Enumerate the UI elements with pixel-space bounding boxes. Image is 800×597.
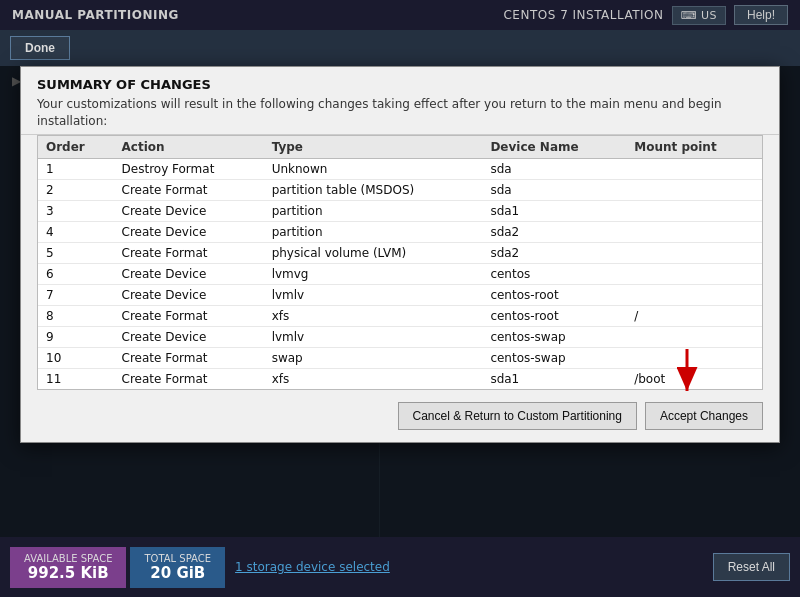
cell-device: sda2 <box>482 242 626 263</box>
modal-overlay: SUMMARY OF CHANGES Your customizations w… <box>0 66 800 537</box>
keyboard-icon <box>681 9 697 22</box>
modal-header: SUMMARY OF CHANGES Your customizations w… <box>21 67 779 135</box>
bottom-bar: AVAILABLE SPACE 992.5 KiB TOTAL SPACE 20… <box>0 537 800 597</box>
cell-device: sda <box>482 179 626 200</box>
available-value: 992.5 KiB <box>28 564 109 582</box>
cell-action: Destroy Format <box>114 158 264 179</box>
centos-install-label: CENTOS 7 INSTALLATION <box>503 8 663 22</box>
cell-device: sda <box>482 158 626 179</box>
col-mount: Mount point <box>626 136 762 159</box>
col-type: Type <box>264 136 483 159</box>
cell-order: 1 <box>38 158 114 179</box>
cell-order: 7 <box>38 284 114 305</box>
red-arrow-indicator <box>669 349 719 404</box>
cell-action: Create Format <box>114 242 264 263</box>
table-row: 4Create Devicepartitionsda2 <box>38 221 762 242</box>
table-row: 11Create Formatxfssda1/boot <box>38 368 762 389</box>
cell-mount <box>626 158 762 179</box>
table-row: 5Create Formatphysical volume (LVM)sda2 <box>38 242 762 263</box>
space-boxes: AVAILABLE SPACE 992.5 KiB TOTAL SPACE 20… <box>10 547 225 588</box>
bottom-center: 1 storage device selected <box>225 560 713 574</box>
cell-device: sda1 <box>482 368 626 389</box>
col-device: Device Name <box>482 136 626 159</box>
cell-order: 5 <box>38 242 114 263</box>
cell-device: centos-swap <box>482 347 626 368</box>
summary-modal: SUMMARY OF CHANGES Your customizations w… <box>20 66 780 443</box>
modal-subtitle: Your customizations will result in the f… <box>37 96 763 130</box>
cell-action: Create Device <box>114 284 264 305</box>
cell-order: 4 <box>38 221 114 242</box>
total-label: TOTAL SPACE <box>144 553 211 564</box>
cell-action: Create Device <box>114 326 264 347</box>
storage-device-link[interactable]: 1 storage device selected <box>235 560 390 574</box>
table-row: 7Create Devicelvmlvcentos-root <box>38 284 762 305</box>
cell-device: sda1 <box>482 200 626 221</box>
cell-action: Create Format <box>114 368 264 389</box>
table-header-row: Order Action Type Device Name Mount poin… <box>38 136 762 159</box>
keyboard-layout-box[interactable]: us <box>672 6 726 25</box>
help-button[interactable]: Help! <box>734 5 788 25</box>
accept-changes-button[interactable]: Accept Changes <box>645 402 763 430</box>
cell-mount <box>626 221 762 242</box>
top-bar: MANUAL PARTITIONING CENTOS 7 INSTALLATIO… <box>0 0 800 30</box>
cell-action: Create Format <box>114 305 264 326</box>
cell-order: 10 <box>38 347 114 368</box>
total-space-box: TOTAL SPACE 20 GiB <box>130 547 225 588</box>
cell-device: centos-root <box>482 305 626 326</box>
cell-action: Create Device <box>114 263 264 284</box>
table-row: 8Create Formatxfscentos-root/ <box>38 305 762 326</box>
cell-type: partition <box>264 200 483 221</box>
changes-table-container: Order Action Type Device Name Mount poin… <box>37 135 763 390</box>
cell-type: lvmvg <box>264 263 483 284</box>
modal-buttons: Cancel & Return to Custom Partitioning A… <box>21 390 779 442</box>
col-action: Action <box>114 136 264 159</box>
cell-device: centos-root <box>482 284 626 305</box>
done-row: Done <box>0 30 800 66</box>
table-row: 2Create Formatpartition table (MSDOS)sda <box>38 179 762 200</box>
total-value: 20 GiB <box>150 564 205 582</box>
table-row: 1Destroy FormatUnknownsda <box>38 158 762 179</box>
cell-mount <box>626 284 762 305</box>
available-label: AVAILABLE SPACE <box>24 553 112 564</box>
cell-mount <box>626 242 762 263</box>
cell-action: Create Device <box>114 200 264 221</box>
cell-order: 8 <box>38 305 114 326</box>
cell-device: centos <box>482 263 626 284</box>
page-title: MANUAL PARTITIONING <box>12 8 179 22</box>
cell-type: swap <box>264 347 483 368</box>
cell-device: sda2 <box>482 221 626 242</box>
cell-mount <box>626 200 762 221</box>
cell-mount: / <box>626 305 762 326</box>
top-bar-right: CENTOS 7 INSTALLATION us Help! <box>503 5 788 25</box>
main-area: ▶ New CentOS 7 Installation centos-root … <box>0 66 800 537</box>
cell-type: Unknown <box>264 158 483 179</box>
table-row: 10Create Formatswapcentos-swap <box>38 347 762 368</box>
done-button[interactable]: Done <box>10 36 70 60</box>
cell-order: 9 <box>38 326 114 347</box>
table-row: 3Create Devicepartitionsda1 <box>38 200 762 221</box>
reset-all-button[interactable]: Reset All <box>713 553 790 581</box>
cell-mount <box>626 179 762 200</box>
cell-order: 2 <box>38 179 114 200</box>
table-row: 9Create Devicelvmlvcentos-swap <box>38 326 762 347</box>
cell-order: 11 <box>38 368 114 389</box>
cell-mount <box>626 263 762 284</box>
cell-action: Create Format <box>114 179 264 200</box>
cell-action: Create Format <box>114 347 264 368</box>
cell-type: xfs <box>264 368 483 389</box>
modal-title: SUMMARY OF CHANGES <box>37 77 763 92</box>
changes-table: Order Action Type Device Name Mount poin… <box>38 136 762 389</box>
cell-type: lvmlv <box>264 284 483 305</box>
table-row: 6Create Devicelvmvgcentos <box>38 263 762 284</box>
cell-order: 3 <box>38 200 114 221</box>
available-space-box: AVAILABLE SPACE 992.5 KiB <box>10 547 126 588</box>
cell-type: partition table (MSDOS) <box>264 179 483 200</box>
cell-type: physical volume (LVM) <box>264 242 483 263</box>
cell-type: lvmlv <box>264 326 483 347</box>
cell-device: centos-swap <box>482 326 626 347</box>
cell-action: Create Device <box>114 221 264 242</box>
cancel-button[interactable]: Cancel & Return to Custom Partitioning <box>398 402 637 430</box>
cell-mount <box>626 326 762 347</box>
cell-order: 6 <box>38 263 114 284</box>
cell-type: partition <box>264 221 483 242</box>
